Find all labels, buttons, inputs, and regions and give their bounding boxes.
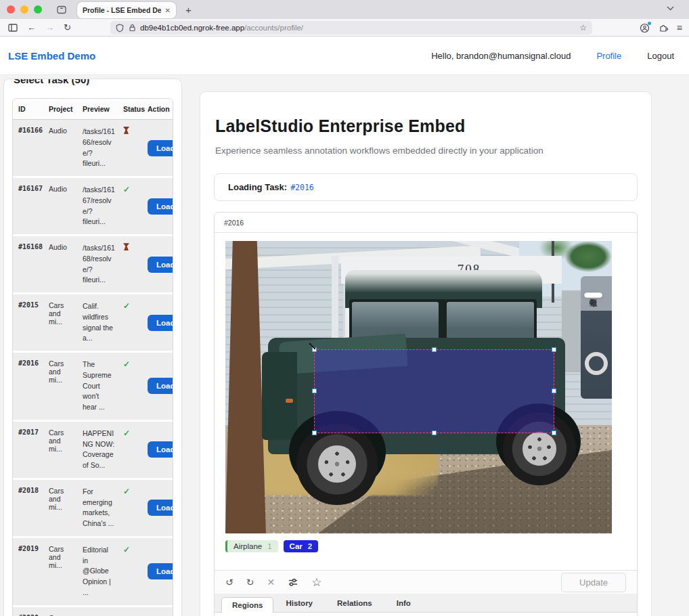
tab-list-chevron-icon[interactable] bbox=[667, 6, 674, 11]
task-status: ✓ bbox=[118, 607, 142, 616]
task-list-title: Select Task (50) bbox=[14, 79, 181, 85]
task-preview: /tasks/16166/resolve/?fileuri... bbox=[77, 120, 118, 176]
car-bounding-box[interactable] bbox=[314, 349, 554, 433]
bookmark-star-icon[interactable]: ☆ bbox=[579, 23, 587, 32]
tab-regions[interactable]: Regions bbox=[221, 597, 273, 613]
table-row: #2018 Cars and mi... For emerging market… bbox=[13, 480, 173, 538]
ground-truth-star-icon[interactable]: ☆ bbox=[311, 577, 321, 588]
label-airplane-hotkey: 1 bbox=[267, 542, 271, 550]
tab-history[interactable]: History bbox=[273, 599, 325, 612]
settings-sliders-icon[interactable] bbox=[288, 577, 298, 587]
nav-logout-link[interactable]: Logout bbox=[647, 51, 674, 61]
url-bar[interactable]: db9e4b1cb0ed.ngrok-free.app/accounts/pro… bbox=[110, 21, 592, 35]
forward-button[interactable]: → bbox=[45, 23, 54, 32]
minimize-window-button[interactable] bbox=[20, 5, 28, 14]
load-button[interactable]: Load bbox=[148, 257, 173, 273]
task-id: #2015 bbox=[13, 294, 43, 351]
photo-car-side-marker bbox=[286, 399, 293, 403]
tab-relations[interactable]: Relations bbox=[325, 599, 384, 612]
load-button[interactable]: Load bbox=[148, 378, 173, 394]
bbox-handle-sw[interactable] bbox=[312, 431, 317, 435]
update-button[interactable]: Update bbox=[561, 573, 626, 592]
task-id: #16168 bbox=[13, 236, 43, 292]
col-action: Action bbox=[142, 99, 173, 119]
account-notification-dot bbox=[648, 22, 651, 25]
nav-profile-link[interactable]: Profile bbox=[596, 51, 621, 61]
label-airplane[interactable]: Airplane 1 bbox=[225, 540, 278, 552]
image-tool-panel bbox=[584, 292, 602, 298]
extensions-puzzle-icon[interactable] bbox=[659, 23, 668, 32]
app-menu-icon[interactable]: ≡ bbox=[677, 22, 682, 33]
col-id: ID bbox=[13, 99, 43, 119]
task-table-header: ID Project Preview Status Action bbox=[13, 99, 173, 120]
load-button[interactable]: Load bbox=[148, 315, 173, 331]
loading-task-label: Loading Task: bbox=[228, 182, 287, 192]
bbox-handle-ne[interactable] bbox=[552, 347, 556, 352]
bbox-handle-w[interactable] bbox=[312, 389, 317, 393]
col-preview: Preview bbox=[77, 99, 118, 119]
lock-icon[interactable] bbox=[129, 24, 136, 32]
task-id: #2019 bbox=[13, 538, 43, 605]
bbox-handle-se[interactable] bbox=[552, 431, 556, 435]
load-button[interactable]: Load bbox=[148, 500, 173, 516]
tracking-protection-shield-icon[interactable] bbox=[116, 24, 124, 32]
user-greeting: Hello, brandon@humansignal.cloud bbox=[431, 51, 571, 61]
zoom-window-button[interactable] bbox=[34, 5, 42, 14]
table-row: #2017 Cars and mi... HAPPENING NOW: Cove… bbox=[13, 422, 173, 480]
task-preview: The Supreme Court won't hear ... bbox=[77, 353, 118, 420]
bbox-handle-e[interactable] bbox=[552, 389, 556, 393]
photo-car-front bbox=[262, 352, 296, 440]
bbox-handle-n[interactable] bbox=[432, 347, 437, 352]
load-button[interactable]: Load bbox=[148, 198, 173, 215]
close-window-button[interactable] bbox=[7, 5, 15, 14]
photo-rear-hub bbox=[523, 432, 556, 466]
undo-icon[interactable]: ↺ bbox=[225, 577, 234, 587]
check-icon: ✓ bbox=[123, 545, 130, 554]
label-car[interactable]: Car 2 bbox=[284, 540, 319, 552]
page-header: LSE Embed Demo Hello, brandon@humansigna… bbox=[0, 37, 689, 75]
task-list-panel: Select Task (50) ID Project Preview Stat… bbox=[3, 79, 182, 616]
task-preview: /tasks/16168/resolve/?fileuri... bbox=[77, 236, 118, 292]
task-project: Cars and mi... bbox=[43, 353, 77, 420]
reload-button[interactable]: ↻ bbox=[64, 23, 71, 32]
col-project: Project bbox=[43, 99, 77, 119]
check-icon: ✓ bbox=[123, 614, 130, 616]
task-project: Cars and mi... bbox=[43, 607, 77, 616]
load-button[interactable]: Load bbox=[148, 140, 173, 156]
task-status: ✓ bbox=[118, 422, 142, 478]
browser-tab-bar: Profile - LSE Embed Demo ✕ + bbox=[0, 0, 689, 19]
back-button[interactable]: ← bbox=[27, 23, 36, 32]
delete-icon[interactable]: ✕ bbox=[267, 577, 275, 587]
load-button[interactable]: Load bbox=[148, 563, 173, 579]
tab-title: Profile - LSE Embed Demo bbox=[83, 6, 161, 14]
labelstudio-embed: #2016 708 bbox=[214, 212, 638, 616]
task-project: Cars and mi... bbox=[43, 480, 77, 536]
load-button[interactable]: Load bbox=[148, 441, 173, 458]
regions-controls: ≡ Manual By Time ⇅ bbox=[215, 613, 637, 616]
new-tab-button[interactable]: + bbox=[185, 4, 192, 16]
embed-task-id: #2016 bbox=[224, 219, 244, 227]
task-status: ✓ bbox=[118, 236, 142, 292]
sidebar-toggle-icon[interactable] bbox=[8, 24, 18, 32]
annotation-image[interactable]: 708 bbox=[225, 241, 612, 533]
task-status: ✓ bbox=[118, 353, 142, 420]
check-icon: ✓ bbox=[123, 185, 130, 194]
header-nav: Hello, brandon@humansignal.cloud Profile… bbox=[431, 51, 674, 61]
table-row: #2020 Cars and mi... NSW coach Brad Fitt… bbox=[13, 607, 173, 616]
account-icon[interactable] bbox=[640, 23, 650, 33]
redo-icon[interactable]: ↻ bbox=[246, 577, 254, 587]
zoom-out-tool-icon[interactable] bbox=[585, 295, 601, 310]
task-project: Audio bbox=[43, 236, 77, 292]
annotation-toolbar: ↺ ↻ ✕ ☆ Update bbox=[215, 570, 637, 594]
table-row: #2016 Cars and mi... The Supreme Court w… bbox=[13, 353, 173, 422]
browser-tab[interactable]: Profile - LSE Embed Demo ✕ bbox=[77, 2, 176, 18]
check-icon: ✓ bbox=[123, 359, 130, 369]
task-list-title-clip: Select Task (50) bbox=[14, 79, 181, 89]
tab-overview-icon[interactable] bbox=[57, 5, 66, 14]
tab-close-icon[interactable]: ✕ bbox=[165, 7, 171, 14]
table-row: #2015 Cars and mi... Calif. wildfires si… bbox=[13, 294, 173, 353]
tab-info[interactable]: Info bbox=[384, 599, 423, 612]
col-status: Status bbox=[118, 99, 142, 119]
bbox-handle-s[interactable] bbox=[432, 431, 437, 435]
label-car-name: Car bbox=[290, 542, 303, 550]
